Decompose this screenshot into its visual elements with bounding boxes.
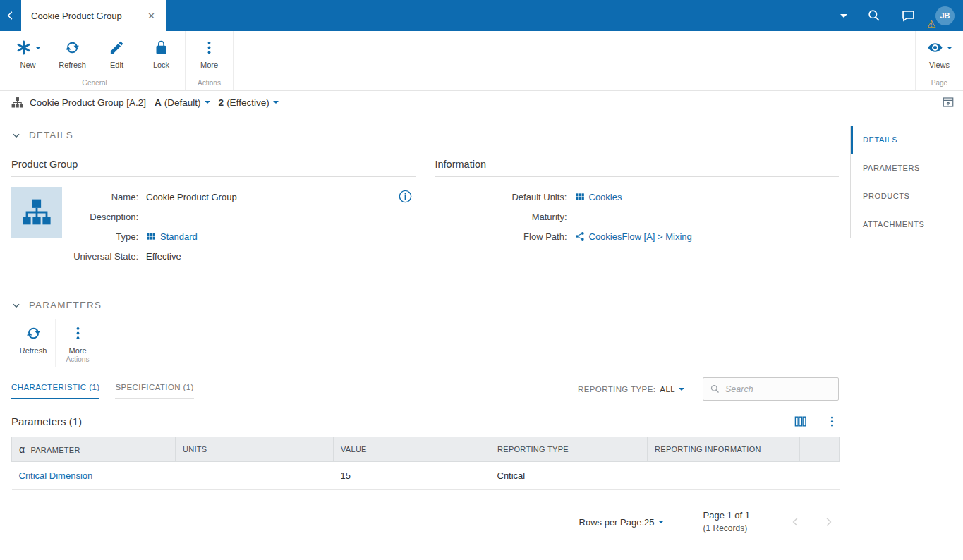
chevron-down-icon: [273, 101, 279, 106]
ribbon-spacer: [234, 31, 915, 90]
search-icon[interactable]: [867, 0, 881, 31]
chevron-down-icon: [658, 521, 664, 526]
eye-icon: [927, 39, 952, 56]
chevron-down-icon: [35, 47, 41, 52]
reporting-type-dropdown[interactable]: REPORTING TYPE: ALL: [578, 385, 684, 394]
columns-icon[interactable]: [794, 415, 807, 428]
lock-button[interactable]: Lock: [139, 39, 183, 69]
field-flow-path: Flow Path: CookiesFlow [A] > Mixing: [435, 226, 840, 246]
parameters-grid-header: Parameters (1): [11, 415, 839, 428]
refresh-button[interactable]: Refresh: [50, 39, 95, 69]
version-dropdown[interactable]: A (Default): [155, 97, 210, 108]
reporting-type-value: ALL: [660, 385, 675, 394]
product-group-column: Product Group Name: Cookie Product Group: [11, 159, 416, 266]
avatar[interactable]: JB ⚠: [935, 6, 955, 25]
back-button[interactable]: [0, 0, 21, 31]
breadcrumb-title: Cookie Product Group [A.2]: [30, 97, 146, 108]
chevron-down-icon[interactable]: [840, 0, 847, 31]
revision-dropdown[interactable]: 2 (Effective): [219, 97, 279, 108]
ribbon-group-label-page: Page: [917, 78, 962, 90]
search-box: [703, 377, 839, 401]
more-icon: [70, 324, 86, 342]
parameters-group-label-empty: [13, 355, 54, 367]
column-empty: [800, 437, 840, 462]
grid-more-icon[interactable]: [825, 415, 839, 428]
table-row: Critical Dimension 15 Critical: [12, 462, 840, 490]
column-reporting-information[interactable]: REPORTING INFORMATION: [648, 437, 800, 462]
edit-button[interactable]: Edit: [95, 39, 139, 69]
nav-item-details[interactable]: DETAILS: [851, 126, 963, 154]
nav-item-products[interactable]: PRODUCTS: [851, 182, 963, 210]
ribbon-group-actions: More Actions: [186, 31, 234, 90]
parameter-link[interactable]: Critical Dimension: [19, 470, 93, 481]
ribbon-group-label-actions: Actions: [187, 78, 231, 90]
rows-per-page-value: 25: [644, 517, 654, 528]
new-button[interactable]: New: [6, 39, 50, 69]
ribbon-group-general: New Refresh Edit Lock General: [4, 31, 186, 90]
info-icon[interactable]: [398, 189, 413, 206]
flow-icon: [575, 231, 585, 241]
rows-per-page-dropdown[interactable]: Rows per Page:25: [579, 517, 664, 528]
tab-cookie-product-group[interactable]: Cookie Product Group ✕: [21, 0, 166, 31]
ribbon-group-page: Views Page: [915, 31, 963, 90]
parameters-actions-group: More Actions: [56, 319, 99, 367]
next-page-icon[interactable]: [822, 516, 835, 528]
previous-page-icon[interactable]: [789, 516, 802, 528]
details-grid: Product Group Name: Cookie Product Group: [11, 159, 839, 266]
parameters-section-header[interactable]: PARAMETERS: [11, 266, 839, 310]
nav-item-attachments[interactable]: ATTACHMENTS: [851, 210, 963, 238]
chat-icon[interactable]: [901, 0, 916, 31]
parameters-tabs-row: CHARACTERISTIC (1) SPECIFICATION (1) REP…: [11, 377, 839, 401]
field-universal-state: Universal State: Effective: [62, 246, 416, 266]
information-heading: Information: [435, 159, 840, 177]
product-group-heading: Product Group: [11, 159, 416, 177]
ribbon-group-label-general: General: [6, 78, 183, 90]
column-value[interactable]: VALUE: [334, 437, 490, 462]
page-count-text: Page 1 of 1: [703, 509, 751, 522]
views-button[interactable]: Views: [917, 39, 962, 69]
type-link[interactable]: Standard: [160, 231, 198, 242]
chevron-down-icon: [205, 101, 210, 106]
column-parameter[interactable]: αPARAMETER: [12, 437, 176, 462]
details-section-title: DETAILS: [29, 130, 73, 140]
rows-per-page-label: Rows per Page:: [579, 517, 645, 528]
cell-value: 15: [334, 462, 490, 490]
grid-icon: [575, 192, 585, 202]
product-group-icon: [11, 97, 23, 109]
topbar: Cookie Product Group ✕ JB ⚠: [0, 0, 963, 31]
new-icon: [16, 39, 41, 56]
field-name: Name: Cookie Product Group: [62, 187, 416, 207]
open-panel-icon[interactable]: [942, 96, 955, 109]
close-icon[interactable]: ✕: [144, 9, 159, 23]
cell-reporting-type: Critical: [490, 462, 648, 490]
parameters-section-title: PARAMETERS: [29, 300, 102, 310]
refresh-icon: [25, 324, 42, 342]
search-input[interactable]: [725, 384, 832, 394]
warning-icon: ⚠: [927, 18, 936, 30]
records-text: (1 Records): [703, 522, 751, 535]
tab-characteristic[interactable]: CHARACTERISTIC (1): [11, 383, 99, 399]
content-area: DETAILS Product Group Name: Cookie Produ…: [0, 114, 963, 560]
flow-path-link[interactable]: CookiesFlow [A] > Mixing: [589, 231, 692, 242]
parameters-more-button[interactable]: More: [57, 324, 98, 355]
details-section-header[interactable]: DETAILS: [11, 114, 839, 140]
main-panel: DETAILS Product Group Name: Cookie Produ…: [0, 114, 850, 560]
lock-icon: [153, 39, 169, 56]
parameters-refresh-button[interactable]: Refresh: [13, 324, 54, 355]
chevron-down-icon: [11, 130, 21, 140]
cell-units: [176, 462, 334, 490]
tab-specification[interactable]: SPECIFICATION (1): [115, 383, 193, 399]
avatar-initials: JB: [935, 6, 955, 25]
nav-item-parameters[interactable]: PARAMETERS: [851, 154, 963, 182]
parameters-refresh-group: Refresh: [11, 319, 56, 367]
column-reporting-type[interactable]: REPORTING TYPE: [490, 437, 648, 462]
chevron-down-icon: [679, 388, 684, 394]
column-units[interactable]: UNITS: [176, 437, 334, 462]
page-info: Page 1 of 1 (1 Records): [703, 509, 751, 535]
chevron-left-icon: [4, 9, 17, 22]
grid-icon: [146, 231, 156, 241]
default-units-link[interactable]: Cookies: [589, 192, 622, 202]
field-maturity: Maturity:: [435, 207, 840, 226]
tab-title: Cookie Product Group: [31, 11, 144, 21]
more-button[interactable]: More: [187, 39, 231, 69]
